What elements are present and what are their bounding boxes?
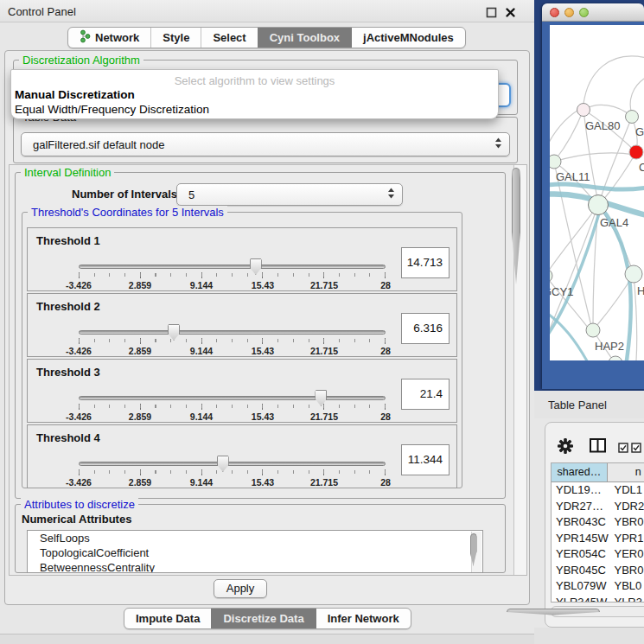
threshold-4-value-field[interactable]: 11.344 xyxy=(401,444,450,475)
node-label: GCY1 xyxy=(550,285,573,298)
minimize-traffic-light[interactable] xyxy=(564,8,574,17)
settings-vertical-scrollbar[interactable] xyxy=(513,165,526,575)
table-data-combobox[interactable]: galFiltered.sif default node xyxy=(21,132,510,156)
slider-track[interactable] xyxy=(79,396,386,400)
select-all-checkbox-icon[interactable] xyxy=(618,441,628,456)
columns-icon[interactable] xyxy=(590,438,607,456)
threshold-4-label: Threshold 4 xyxy=(36,431,100,444)
node-label: GAL4 xyxy=(600,216,628,229)
close-traffic-light[interactable] xyxy=(550,8,559,17)
attributes-group-title: Attributes to discretize xyxy=(21,498,138,511)
tab-style[interactable]: Style xyxy=(150,28,201,48)
numerical-attributes-list[interactable]: SelfLoops TopologicalCoefficient Between… xyxy=(27,530,483,573)
node-h[interactable] xyxy=(625,265,642,283)
list-item[interactable]: SelfLoops xyxy=(28,531,482,545)
settings-scroll-area: Interval Definition Number of Intervals … xyxy=(9,164,527,576)
number-of-intervals-value: 5 xyxy=(188,188,194,201)
panel-title: Control Panel xyxy=(8,5,76,18)
slider-minor-ticks xyxy=(79,405,386,408)
node-gcy1[interactable] xyxy=(550,269,552,283)
table-data-value: galFiltered.sif default node xyxy=(33,138,164,151)
node-label: GAL11 xyxy=(556,170,590,183)
tab-cyni-toolbox[interactable]: Cyni Toolbox xyxy=(258,28,351,48)
table-panel-header: Table Panel xyxy=(534,391,644,418)
threshold-3-value-field[interactable]: 21.4 xyxy=(401,379,450,410)
threshold-2-panel: Threshold 2 -3.426 2.859 9.144 15.43 21.… xyxy=(27,293,457,357)
tab-jactivemnodules[interactable]: jActiveMNodules xyxy=(351,28,465,48)
threshold-1-slider[interactable]: -3.426 2.859 9.144 15.43 21.715 28 xyxy=(79,259,386,290)
network-desktop-area: GAL80 G C GAL11 GAL4 GCY1 H HAP2 xyxy=(534,0,644,391)
popup-option-equal-width[interactable]: Equal Width/Frequency Discretization xyxy=(15,103,209,116)
node-label: HAP2 xyxy=(595,340,624,353)
table-row[interactable]: YBR045CYBR0 xyxy=(552,563,644,579)
table-row[interactable]: YBR043CYBR0 xyxy=(552,514,644,531)
close-icon[interactable] xyxy=(505,6,517,18)
threshold-4-slider[interactable]: -3.426 2.859 9.144 15.43 21.715 28 xyxy=(79,456,386,488)
discretization-algorithm-title: Discretization Algorithm xyxy=(19,54,143,67)
slider-track[interactable] xyxy=(79,462,386,466)
table-panel-title: Table Panel xyxy=(548,399,607,411)
tab-impute-data[interactable]: Impute Data xyxy=(124,609,211,628)
zoom-traffic-light[interactable] xyxy=(579,8,589,17)
tab-network[interactable]: Network xyxy=(68,28,150,48)
threshold-2-label: Threshold 2 xyxy=(36,300,100,313)
tab-network-label: Network xyxy=(95,31,139,44)
popup-option-manual-discretization[interactable]: Manual Discretization xyxy=(15,88,135,101)
slider-minor-ticks xyxy=(79,470,386,474)
node-gal80[interactable] xyxy=(577,104,590,117)
network-icon xyxy=(80,29,91,46)
node-green-top[interactable] xyxy=(626,111,639,124)
table-horizontal-scrollbar[interactable] xyxy=(551,606,644,617)
control-panel-tabbar: Network Style Select Cyni Toolbox jActiv… xyxy=(67,27,466,48)
tab-infer-network[interactable]: Infer Network xyxy=(316,609,411,628)
tab-select[interactable]: Select xyxy=(201,28,257,48)
threshold-1-value-field[interactable]: 14.713 xyxy=(401,247,450,278)
table-row[interactable]: YBL079WYBL0 xyxy=(552,578,644,595)
node-red-selected[interactable] xyxy=(629,145,643,159)
threshold-2-value-field[interactable]: 6.316 xyxy=(401,313,450,344)
table-data-group: Table Data galFiltered.sif default node xyxy=(13,117,518,163)
threshold-2-slider[interactable]: -3.426 2.859 9.144 15.43 21.715 28 xyxy=(79,325,386,356)
slider-track[interactable] xyxy=(79,265,386,269)
network-view-window: GAL80 G C GAL11 GAL4 GCY1 H HAP2 xyxy=(542,3,644,389)
gear-icon[interactable] xyxy=(558,438,573,457)
node-gal11[interactable] xyxy=(550,155,561,169)
list-scrollbar[interactable] xyxy=(471,532,481,573)
threshold-1-panel: Threshold 1 -3.426 2.859 9.144 15.43 21.… xyxy=(27,227,457,291)
number-of-intervals-label: Number of Intervals xyxy=(72,188,177,201)
table-row[interactable]: YDL19…YDL1 xyxy=(552,482,644,499)
node-gal4[interactable] xyxy=(589,195,609,215)
threshold-1-label: Threshold 1 xyxy=(36,234,100,247)
threshold-4-panel: Threshold 4 -3.426 2.859 9.144 15.43 21.… xyxy=(27,424,457,488)
column-header-name[interactable]: n xyxy=(608,463,644,482)
list-item[interactable]: BetweennessCentrality xyxy=(28,560,482,573)
float-icon[interactable] xyxy=(486,6,498,18)
algorithm-hint: Select algorithm to view settings xyxy=(11,74,498,87)
table-row[interactable]: YLR345WYLR3 xyxy=(552,595,644,603)
unselect-checkbox-icon[interactable] xyxy=(631,441,641,456)
network-window-titlebar[interactable] xyxy=(542,3,644,22)
table-row[interactable]: YDR27…YDR2 xyxy=(552,499,644,515)
table-header-row: shared… n xyxy=(552,463,644,482)
interval-definition-title: Interval Definition xyxy=(21,166,114,179)
right-pane-footer xyxy=(534,628,644,644)
node-hap2[interactable] xyxy=(586,323,600,337)
network-canvas[interactable]: GAL80 G C GAL11 GAL4 GCY1 H HAP2 xyxy=(550,25,644,360)
slider-minor-ticks xyxy=(79,339,386,342)
thresholds-group-title: Threshold's Coordinates for 5 Intervals xyxy=(28,206,227,219)
tab-discretize-data[interactable]: Discretize Data xyxy=(211,609,315,628)
number-of-intervals-combobox[interactable]: 5 xyxy=(176,183,403,206)
node-label: GAL80 xyxy=(585,119,620,132)
table-row[interactable]: YPR145WYPR1 xyxy=(552,531,644,547)
combobox-arrows-icon xyxy=(494,137,502,152)
node-label: H xyxy=(637,284,644,297)
list-item[interactable]: TopologicalCoefficient xyxy=(28,545,482,560)
slider-track[interactable] xyxy=(79,330,386,335)
control-panel-titlebar: Control Panel xyxy=(0,0,534,22)
combobox-arrows-icon xyxy=(387,187,395,202)
table-row[interactable]: YER054CYER0 xyxy=(552,546,644,563)
apply-button[interactable]: Apply xyxy=(214,579,267,598)
numerical-attributes-label: Numerical Attributes xyxy=(22,513,131,526)
column-header-shared-name[interactable]: shared… xyxy=(552,463,608,482)
threshold-3-slider[interactable]: -3.426 2.859 9.144 15.43 21.715 28 xyxy=(79,391,386,422)
